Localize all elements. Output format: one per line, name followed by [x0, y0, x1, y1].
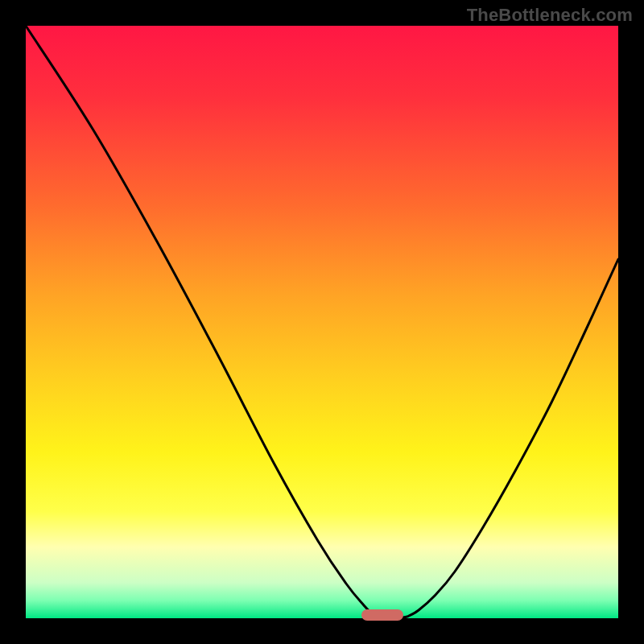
- optimal-zone-marker: [361, 609, 403, 621]
- chart-background: [26, 26, 618, 618]
- chart-frame: TheBottleneck.com: [0, 0, 644, 644]
- bottleneck-chart: [0, 0, 644, 644]
- watermark-text: TheBottleneck.com: [467, 5, 633, 26]
